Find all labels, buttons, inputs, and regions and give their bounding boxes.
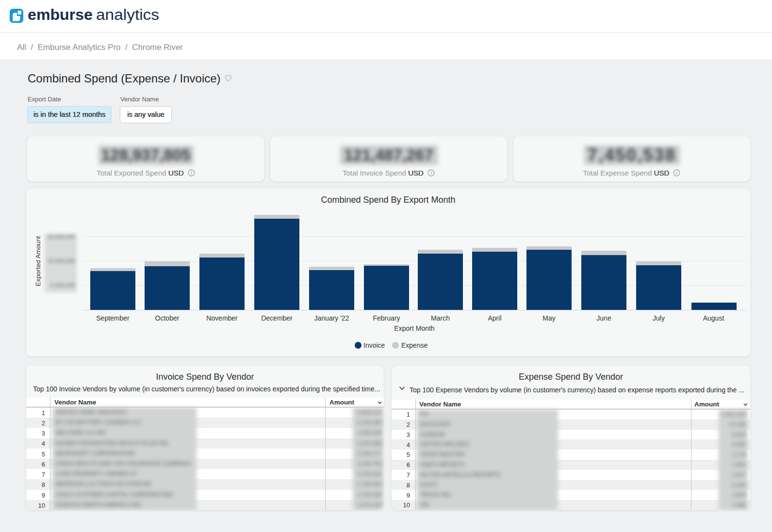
svg-text:emburse: emburse — [28, 7, 93, 23]
svg-text:analytics: analytics — [96, 7, 159, 23]
